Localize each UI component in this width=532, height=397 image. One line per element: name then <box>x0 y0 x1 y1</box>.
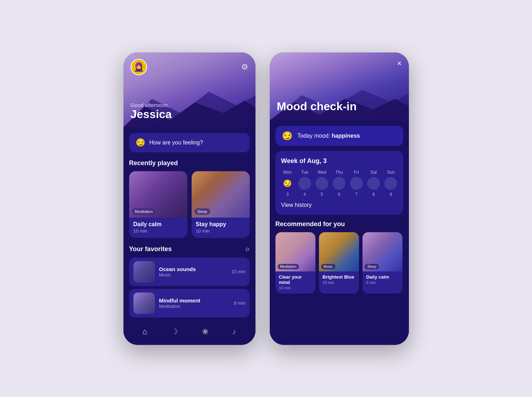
week-days: Mon 😏 3 Tue 4 Wed 5 Thu 6 <box>281 170 397 197</box>
mood-prompt-text: How are you feeling? <box>150 139 203 146</box>
mood-emoji: 😏 <box>136 138 145 147</box>
modal-header-background: × Mood check-in <box>270 52 409 120</box>
favorites-title: Your favorites <box>129 245 172 253</box>
day-circle-thu <box>333 177 345 190</box>
fav-tag-ocean: Music <box>159 272 227 278</box>
day-fri[interactable]: Fri 7 <box>350 170 363 197</box>
user-name: Jessica <box>131 108 172 121</box>
today-mood-text: Today mood: happiness <box>298 133 360 139</box>
recommended-cards: Meditation Clear your mind 10 min Music … <box>275 232 403 294</box>
card-meditation-duration: 10 min <box>133 228 183 234</box>
card-sleep-tag: Sleep <box>194 208 210 215</box>
today-mood-emoji: 😏 <box>282 131 293 141</box>
rec-tag-sleep: Sleep <box>365 264 379 269</box>
card-sleep-title: Stay happy <box>196 221 245 228</box>
fav-duration-ocean: 10 min <box>231 269 245 274</box>
rec-title-sleep: Daily calm <box>366 274 399 280</box>
day-circle-fri <box>350 177 363 190</box>
card-sleep[interactable]: Sleep Stay happy 10 min <box>192 171 250 238</box>
settings-icon[interactable]: ⚙ <box>241 62 248 72</box>
recently-played-cards: Meditation Daily calm 10 min Sleep Stay … <box>129 171 250 238</box>
rec-tag-music: Music <box>321 264 335 269</box>
day-sun[interactable]: Sun 9 <box>384 170 397 197</box>
fav-tag-mindful: Meditation <box>159 304 230 309</box>
rec-card-music[interactable]: Music Brightest Blue 10 min <box>319 232 359 294</box>
day-mon[interactable]: Mon 😏 3 <box>281 170 294 197</box>
week-title: Week of Aug, 3 <box>281 157 397 165</box>
header-background: 🧕 ⚙ Good afternoon, Jessica <box>123 52 255 127</box>
card-meditation[interactable]: Meditation Daily calm 10 min <box>129 171 187 238</box>
today-mood-value: happiness <box>332 133 360 139</box>
today-mood-bar[interactable]: 😏 Today mood: happiness <box>275 126 403 146</box>
nav-home[interactable]: ⌂ <box>139 326 151 338</box>
nav-sleep[interactable]: ☽ <box>167 326 182 338</box>
rec-title-meditation: Clear your mind <box>279 274 312 285</box>
fav-card-mindful[interactable]: Mindful moment Meditation 8 min <box>129 289 250 317</box>
recommended-title: Recommended for you <box>275 220 403 228</box>
rec-duration-meditation: 10 min <box>279 286 312 290</box>
card-meditation-title: Daily calm <box>133 221 183 228</box>
rec-card-sleep[interactable]: Sleep Daily calm 5 min <box>363 232 402 294</box>
rec-card-meditation[interactable]: Meditation Clear your mind 10 min <box>275 232 315 294</box>
close-button[interactable]: × <box>397 59 402 68</box>
rec-card-music-image: Music <box>319 232 359 271</box>
day-wed[interactable]: Wed 5 <box>315 170 328 197</box>
greeting-text: Good afternoon, <box>131 102 172 108</box>
rec-card-sleep-image: Sleep <box>363 232 402 271</box>
day-circle-mon: 😏 <box>281 177 294 190</box>
fav-card-ocean[interactable]: Ocean sounds Music 10 min <box>129 258 250 286</box>
left-phone: 🧕 ⚙ Good afternoon, Jessica 😏 How are yo… <box>123 52 255 345</box>
mood-prompt-bar[interactable]: 😏 How are you feeling? <box>129 133 250 152</box>
fav-title-ocean: Ocean sounds <box>159 266 227 272</box>
rec-tag-meditation: Meditation <box>278 264 299 269</box>
view-history-link[interactable]: View history <box>281 202 397 208</box>
modal-content: 😏 Today mood: happiness Week of Aug, 3 M… <box>270 120 409 345</box>
card-meditation-image: Meditation <box>129 171 187 218</box>
fav-duration-mindful: 8 min <box>234 300 245 306</box>
fav-title-mindful: Mindful moment <box>159 297 230 304</box>
rec-duration-sleep: 5 min <box>366 280 399 285</box>
rec-card-meditation-image: Meditation <box>275 232 315 271</box>
day-circle-tue <box>298 177 311 190</box>
recently-played-title: Recently played <box>129 159 250 167</box>
fav-thumb-mindful <box>133 292 155 314</box>
favorites-header: Your favorites ○ <box>129 245 250 253</box>
card-sleep-duration: 10 min <box>196 228 245 234</box>
day-circle-sun <box>384 177 397 190</box>
right-phone: × Mood check-in 😏 Today mood: happiness … <box>270 52 409 345</box>
fav-info-ocean: Ocean sounds Music <box>159 266 227 278</box>
day-thu[interactable]: Thu 6 <box>333 170 345 197</box>
bottom-navigation: ⌂ ☽ ❀ ♪ <box>123 321 255 345</box>
modal-title: Mood check-in <box>277 100 357 113</box>
day-sat[interactable]: Sat 8 <box>367 170 380 197</box>
fav-info-mindful: Mindful moment Meditation <box>159 297 230 309</box>
fav-thumb-ocean <box>133 261 155 283</box>
card-sleep-image: Sleep <box>192 171 250 218</box>
nav-mindfulness[interactable]: ❀ <box>198 326 212 338</box>
avatar[interactable]: 🧕 <box>131 59 147 75</box>
day-circle-sat <box>367 177 380 190</box>
rec-title-music: Brightest Blue <box>323 274 355 280</box>
main-content: 😏 How are you feeling? Recently played M… <box>123 127 255 321</box>
week-card: Week of Aug, 3 Mon 😏 3 Tue 4 Wed 5 <box>275 151 403 215</box>
search-icon[interactable]: ○ <box>245 245 249 253</box>
day-circle-wed <box>315 177 328 190</box>
card-meditation-tag: Meditation <box>132 208 156 215</box>
rec-duration-music: 10 min <box>323 280 355 285</box>
day-tue[interactable]: Tue 4 <box>298 170 311 197</box>
nav-music[interactable]: ♪ <box>229 326 240 338</box>
